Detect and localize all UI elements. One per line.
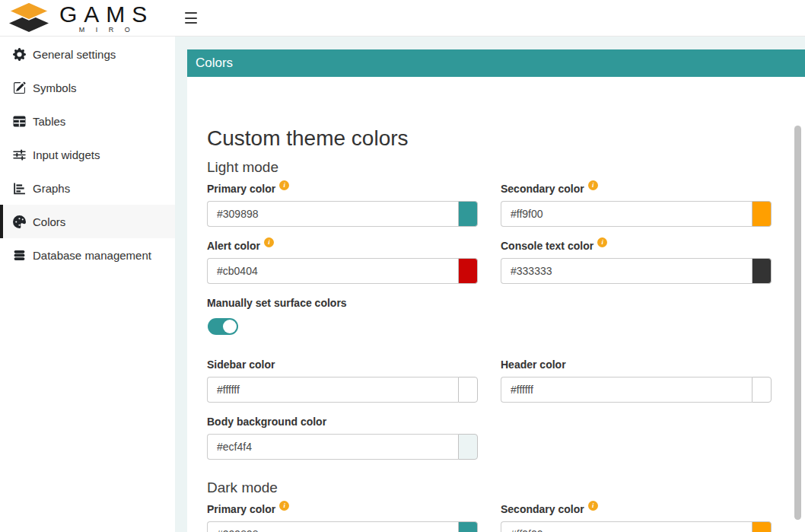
light-secondary-color-field: Secondary color [501, 183, 772, 227]
main-content: Colors Custom theme colors Light mode Pr… [175, 37, 805, 532]
info-icon[interactable] [279, 501, 289, 511]
info-icon[interactable] [588, 180, 598, 190]
field-label: Alert color [207, 240, 260, 252]
sidebar-item-general-settings[interactable]: General settings [0, 37, 175, 71]
page-title: Custom theme colors [207, 126, 782, 151]
info-icon[interactable] [597, 237, 607, 247]
logo-text: GAMS [59, 3, 154, 26]
field-label: Primary color [207, 503, 275, 515]
sidebar-item-database-management[interactable]: Database management [0, 238, 175, 272]
sidebar-item-symbols[interactable]: Symbols [0, 71, 175, 104]
light-header-color-input[interactable] [501, 377, 752, 403]
surface-colors-toggle[interactable] [208, 318, 238, 335]
light-body-background-color-input[interactable] [207, 434, 458, 460]
light-sidebar-color-input[interactable] [207, 377, 458, 403]
gams-diamonds-icon [6, 2, 52, 35]
light-console-text-color-input[interactable] [501, 258, 752, 284]
dark-secondary-color-input[interactable] [501, 521, 752, 532]
sidebar-nav: General settings Symbols Tables Input wi… [0, 37, 175, 532]
vertical-scrollbar[interactable] [794, 126, 801, 520]
logo-subtext: M I R O [59, 26, 154, 33]
field-label: Primary color [207, 183, 275, 195]
top-bar: GAMS M I R O [0, 0, 805, 37]
field-label: Body background color [207, 416, 326, 428]
light-alert-color-field: Alert color [207, 240, 478, 284]
light-alert-color-input[interactable] [207, 258, 458, 284]
light-secondary-color-swatch[interactable] [752, 201, 772, 227]
sidebar-item-label: Graphs [33, 182, 70, 195]
light-alert-color-swatch[interactable] [458, 258, 478, 284]
light-primary-color-swatch[interactable] [458, 201, 478, 227]
field-label: Console text color [501, 240, 593, 252]
light-sidebar-color-field: Sidebar color [207, 358, 478, 403]
dark-secondary-color-swatch[interactable] [752, 521, 772, 532]
edit-icon [13, 81, 26, 94]
sidebar-item-label: Input widgets [33, 148, 100, 161]
field-label: Sidebar color [207, 358, 275, 371]
field-label: Secondary color [501, 183, 584, 195]
dark-primary-color-swatch[interactable] [458, 521, 478, 532]
light-sidebar-color-swatch[interactable] [458, 377, 478, 403]
hamburger-icon[interactable] [185, 12, 197, 24]
sidebar-item-graphs[interactable]: Graphs [0, 171, 175, 205]
sidebar-item-colors[interactable]: Colors [0, 205, 175, 238]
surface-toggle-label: Manually set surface colors [207, 297, 782, 309]
light-secondary-color-input[interactable] [501, 201, 752, 227]
light-body-background-color-field: Body background color [207, 416, 478, 460]
palette-icon [13, 215, 26, 228]
light-body-background-color-swatch[interactable] [458, 434, 478, 460]
database-icon [13, 249, 26, 262]
sidebar-item-label: Database management [33, 249, 151, 262]
toggle-knob [223, 320, 237, 333]
light-console-text-color-field: Console text color [501, 240, 772, 284]
sidebar-item-label: Symbols [33, 81, 77, 94]
sliders-icon [13, 148, 26, 161]
dark-primary-color-field: Primary color [207, 503, 478, 532]
surface-colors-toggle-block: Manually set surface colors [207, 297, 782, 335]
dark-primary-color-input[interactable] [207, 521, 458, 532]
panel-header: Colors [187, 49, 805, 77]
dark-secondary-color-field: Secondary color [501, 503, 772, 532]
light-header-color-swatch[interactable] [752, 377, 772, 403]
light-mode-heading: Light mode [207, 158, 782, 177]
dark-mode-heading: Dark mode [207, 479, 782, 497]
gams-miro-logo: GAMS M I R O [6, 2, 154, 35]
sidebar-item-input-widgets[interactable]: Input widgets [0, 138, 175, 171]
sidebar-item-label: General settings [33, 48, 116, 61]
sidebar-item-tables[interactable]: Tables [0, 104, 175, 138]
light-console-text-color-swatch[interactable] [752, 258, 772, 284]
field-label: Secondary color [501, 503, 584, 515]
colors-panel: Colors Custom theme colors Light mode Pr… [187, 49, 805, 532]
light-primary-color-input[interactable] [207, 201, 458, 227]
sidebar-item-label: Tables [33, 115, 65, 128]
field-label: Header color [501, 358, 566, 371]
info-icon[interactable] [279, 180, 289, 190]
panel-body: Custom theme colors Light mode Primary c… [187, 77, 805, 532]
table-icon [13, 115, 26, 128]
gear-icon [13, 48, 26, 61]
light-primary-color-field: Primary color [207, 183, 478, 227]
info-icon[interactable] [264, 237, 274, 247]
bar-chart-icon [13, 182, 26, 195]
info-icon[interactable] [588, 501, 598, 511]
light-header-color-field: Header color [501, 358, 772, 403]
sidebar-item-label: Colors [33, 215, 65, 228]
